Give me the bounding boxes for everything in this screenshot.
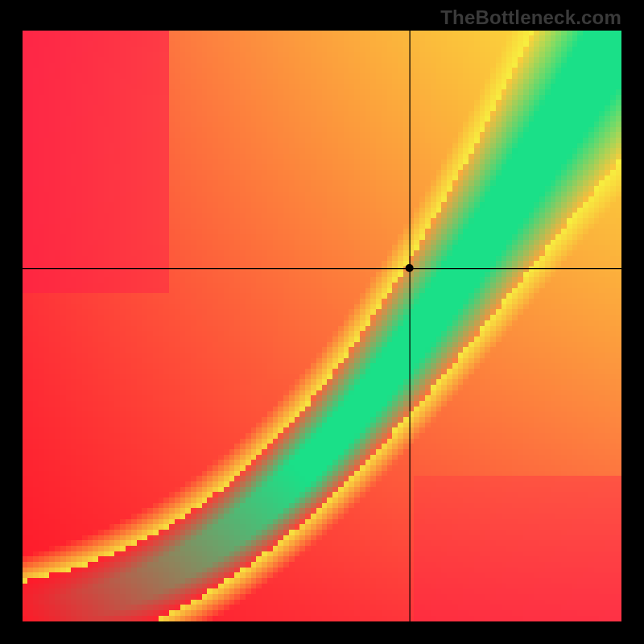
heatmap-plot xyxy=(23,31,621,621)
watermark-text: TheBottleneck.com xyxy=(440,6,621,29)
heatmap-canvas xyxy=(23,31,621,621)
